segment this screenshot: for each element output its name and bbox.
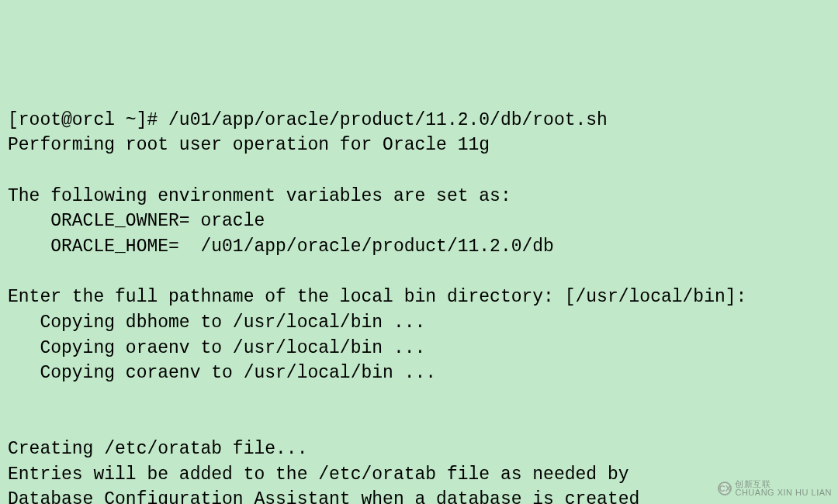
terminal-line: Entries will be added to the /etc/oratab… <box>8 462 830 488</box>
terminal-output: [root@orcl ~]# /u01/app/oracle/product/1… <box>8 108 830 504</box>
terminal-line: Copying dbhome to /usr/local/bin ... <box>8 310 830 336</box>
watermark-icon-text: CX <box>719 483 731 495</box>
terminal-line <box>8 158 830 184</box>
watermark: CX 创新互联 CHUANG XIN HU LIAN <box>718 480 832 498</box>
terminal-line <box>8 412 830 437</box>
terminal-line: The following environment variables are … <box>8 184 830 209</box>
terminal-line: [root@orcl ~]# /u01/app/oracle/product/1… <box>8 108 830 133</box>
terminal-line: ORACLE_HOME= /u01/app/oracle/product/11.… <box>8 234 830 260</box>
terminal-line: ORACLE_OWNER= oracle <box>8 209 830 234</box>
terminal-line: Copying coraenv to /usr/local/bin ... <box>8 361 830 386</box>
watermark-logo-icon: CX <box>718 482 732 495</box>
terminal-line <box>8 386 830 412</box>
watermark-text: 创新互联 CHUANG XIN HU LIAN <box>735 480 832 498</box>
terminal-line: Creating /etc/oratab file... <box>8 437 830 462</box>
terminal-line: Database Configuration Assistant when a … <box>8 487 830 504</box>
terminal-line <box>8 260 830 285</box>
terminal-line: Enter the full pathname of the local bin… <box>8 285 830 310</box>
terminal-line: Copying oraenv to /usr/local/bin ... <box>8 336 830 361</box>
terminal-line: Performing root user operation for Oracl… <box>8 133 830 158</box>
watermark-line2: CHUANG XIN HU LIAN <box>735 488 832 498</box>
